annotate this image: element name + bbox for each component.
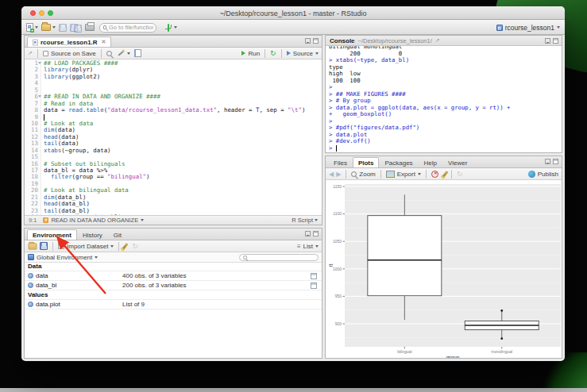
load-workspace-icon[interactable] bbox=[29, 243, 37, 249]
maximize-pane-icon[interactable] bbox=[313, 231, 319, 236]
publish-button[interactable]: Publish bbox=[538, 171, 558, 178]
refresh-icon[interactable]: ↻ bbox=[132, 242, 138, 250]
console-line: 100 100 bbox=[329, 78, 562, 85]
clear-plots-icon[interactable] bbox=[442, 171, 448, 178]
list-view-button[interactable]: List bbox=[303, 243, 313, 250]
minimize-pane-icon[interactable] bbox=[545, 159, 550, 164]
git-branch-icon bbox=[164, 24, 172, 32]
project-icon: R bbox=[496, 25, 503, 31]
svg-text:1150: 1150 bbox=[333, 184, 342, 189]
r-file-icon: R bbox=[33, 39, 37, 45]
code-token: (ggplot2) bbox=[68, 73, 100, 80]
open-file-button[interactable] bbox=[41, 22, 56, 33]
svg-text:900: 900 bbox=[335, 321, 342, 326]
code-token: filter bbox=[51, 173, 72, 180]
code-line[interactable]: 18 filter(group == "bilingual") bbox=[25, 174, 322, 180]
zoom-plot-button[interactable]: Zoom bbox=[359, 171, 375, 178]
tab-plots[interactable]: Plots bbox=[353, 157, 380, 167]
source-on-save-checkbox[interactable] bbox=[43, 51, 48, 56]
environment-search[interactable] bbox=[239, 254, 319, 261]
source-button[interactable]: Source bbox=[293, 50, 313, 57]
save-all-icon bbox=[74, 25, 82, 33]
env-section-header: Data bbox=[25, 262, 322, 271]
code-token: , header = bbox=[217, 106, 256, 113]
code-tools-icon[interactable] bbox=[118, 50, 124, 56]
tab-rcourse-lesson1[interactable]: R rcourse_lesson1.R ✕ bbox=[27, 37, 111, 47]
compile-report-icon[interactable] bbox=[134, 49, 141, 57]
maximize-pane-icon[interactable] bbox=[313, 38, 319, 44]
code-text: library(ggplot2) bbox=[41, 74, 100, 80]
maximize-pane-icon[interactable] bbox=[553, 38, 558, 44]
source-icon bbox=[287, 51, 291, 56]
tab-packages[interactable]: Packages bbox=[379, 157, 418, 167]
tab-environment[interactable]: Environment bbox=[27, 229, 77, 240]
env-object-row[interactable]: data.plotList of 9 bbox=[25, 300, 322, 309]
previous-plot-icon[interactable]: ◀ bbox=[329, 171, 334, 178]
env-object-row[interactable]: data_bl200 obs. of 3 variables bbox=[25, 281, 322, 290]
maximize-pane-icon[interactable] bbox=[553, 159, 558, 164]
code-line[interactable]: 14xtabs(~group, data) bbox=[25, 148, 322, 154]
rerun-icon[interactable]: ↻ bbox=[270, 49, 276, 57]
save-workspace-icon[interactable] bbox=[40, 242, 48, 250]
view-data-icon[interactable] bbox=[311, 273, 317, 279]
find-replace-icon[interactable] bbox=[106, 51, 112, 56]
tab-git[interactable]: Git bbox=[108, 229, 127, 240]
version-control-button[interactable] bbox=[164, 22, 177, 33]
code-line[interactable]: 8data = read.table("data/rcourse_lesson1… bbox=[25, 107, 322, 113]
svg-text:950: 950 bbox=[335, 294, 342, 298]
console-output[interactable]: bilingual monolingual 200 0> xtabs(~type… bbox=[326, 46, 562, 152]
file-type-selector[interactable]: R Script bbox=[292, 217, 318, 224]
new-file-button[interactable]: R+ bbox=[26, 22, 38, 33]
save-all-button[interactable] bbox=[70, 22, 82, 33]
tab-history[interactable]: History bbox=[77, 229, 108, 240]
chevron-down-icon bbox=[315, 219, 318, 221]
y-axis-title: rt bbox=[328, 263, 334, 267]
line-number: 3 bbox=[25, 74, 41, 80]
remove-plot-icon[interactable] bbox=[431, 171, 438, 178]
import-dataset-button[interactable]: Import Dataset bbox=[67, 243, 108, 250]
tab-help[interactable]: Help bbox=[419, 157, 442, 167]
code-line[interactable]: 3library(ggplot2) bbox=[25, 74, 322, 80]
view-data-icon[interactable] bbox=[311, 282, 317, 289]
code-line[interactable]: 4 bbox=[25, 80, 322, 86]
tab-viewer[interactable]: Viewer bbox=[442, 157, 473, 167]
popout-icon[interactable]: ↗ bbox=[28, 50, 33, 56]
save-icon bbox=[59, 24, 67, 32]
console-header: Console ~/Desktop/rcourse_lesson1/ ↗ bbox=[326, 36, 562, 46]
export-button[interactable]: Export bbox=[397, 171, 415, 178]
chevron-down-icon bbox=[174, 26, 177, 29]
titlebar: ~/Desktop/rcourse_lesson1 - master - RSt… bbox=[21, 6, 565, 20]
print-button[interactable] bbox=[85, 22, 95, 33]
minimize-pane-icon[interactable] bbox=[545, 38, 550, 44]
refresh-plot-icon[interactable]: ↻ bbox=[457, 170, 463, 178]
goto-file-input[interactable] bbox=[109, 24, 153, 31]
code-text bbox=[41, 80, 44, 86]
env-object-row[interactable]: data400 obs. of 3 variables bbox=[25, 271, 322, 281]
close-icon[interactable]: ✕ bbox=[102, 39, 106, 45]
environment-object-list: Datadata400 obs. of 3 variablesdata_bl20… bbox=[25, 262, 322, 358]
publish-icon bbox=[528, 171, 535, 178]
code-editor[interactable]: 1## LOAD PACKAGES ####2library(dplyr)3li… bbox=[25, 60, 322, 215]
minimize-pane-icon[interactable] bbox=[305, 38, 311, 44]
fold-caret-icon[interactable] bbox=[38, 95, 41, 98]
clear-objects-icon[interactable] bbox=[122, 243, 129, 250]
next-plot-icon[interactable]: ▶ bbox=[336, 171, 341, 178]
project-menu-button[interactable]: R rcourse_lesson1 bbox=[496, 22, 560, 33]
export-icon bbox=[386, 171, 395, 178]
fold-caret-icon[interactable] bbox=[38, 62, 41, 64]
section-navigator[interactable]: # READ IN DATA AND ORGANIZE bbox=[43, 217, 144, 224]
tab-files[interactable]: Files bbox=[328, 157, 353, 167]
desktop-bottom-strip bbox=[0, 388, 587, 392]
chevron-down-icon bbox=[418, 173, 421, 175]
minimize-pane-icon[interactable] bbox=[305, 231, 311, 236]
save-button[interactable] bbox=[59, 22, 67, 33]
console-line: > xtabs(~type, data_bl) bbox=[329, 57, 562, 64]
open-in-new-window-icon[interactable]: ↗ bbox=[435, 37, 440, 44]
source-editor-pane: R rcourse_lesson1.R ✕ ↗ Source on Save R… bbox=[24, 35, 322, 225]
editor-toolbar: ↗ Source on Save Run ↻ Source bbox=[25, 48, 322, 60]
code-token: "bilingual" bbox=[107, 173, 146, 180]
project-name: rcourse_lesson1 bbox=[505, 24, 554, 32]
list-view-icon: ≡ bbox=[297, 243, 301, 250]
run-button[interactable]: Run bbox=[248, 50, 260, 57]
global-environment-selector[interactable]: Global Environment bbox=[37, 254, 92, 261]
